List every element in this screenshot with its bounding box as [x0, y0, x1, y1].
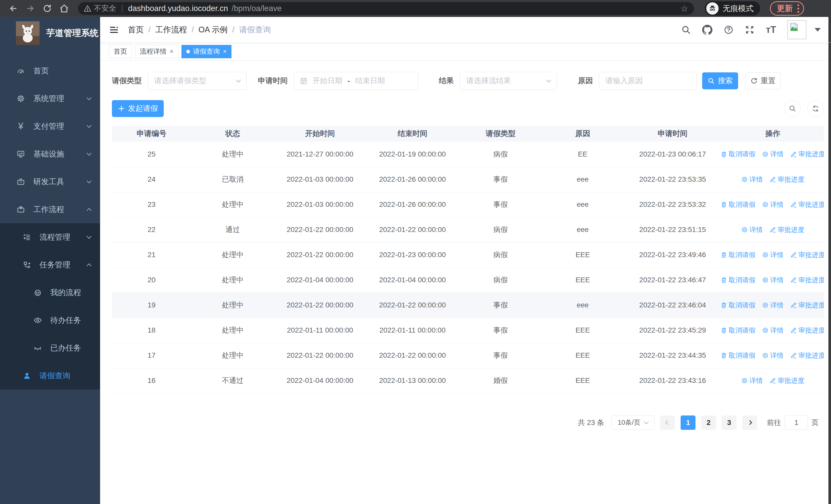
sidebar-item-home[interactable]: 首页: [0, 57, 100, 85]
fullscreen-icon[interactable]: [745, 25, 754, 35]
detail-link[interactable]: 详情: [762, 326, 783, 335]
avatar[interactable]: [787, 20, 806, 39]
eye-closed-icon: [33, 344, 42, 352]
cell-start-time: 2022-01-03 00:00:00: [274, 167, 366, 192]
cancel-leave-link[interactable]: 取消请假: [722, 326, 755, 335]
breadcrumb-home[interactable]: 首页: [128, 24, 144, 35]
security-chip[interactable]: 不安全: [84, 3, 116, 13]
github-icon[interactable]: [702, 25, 712, 35]
leave-type-select[interactable]: 请选择请假类型: [148, 72, 247, 90]
detail-link[interactable]: 详情: [762, 301, 783, 310]
sidebar-item-task-mgmt[interactable]: 任务管理: [0, 251, 100, 279]
approval-progress-link[interactable]: 审批进度: [769, 225, 804, 234]
cell-end-time: 2022-01-11 00:00:00: [366, 318, 459, 343]
sidebar-item-infra[interactable]: 基础设施: [0, 140, 100, 168]
cell-end-time: 2022-01-22 00:00:00: [366, 293, 459, 318]
refresh-icon: [812, 105, 820, 112]
breadcrumb-oa-example[interactable]: OA 示例: [198, 24, 228, 35]
apply-time-range-picker[interactable]: 开始日期 - 结束日期: [294, 72, 418, 90]
cancel-leave-link[interactable]: 取消请假: [722, 200, 755, 209]
cell-status: 处理中: [191, 192, 274, 217]
reset-button[interactable]: 重置: [745, 72, 781, 89]
detail-link[interactable]: 详情: [762, 150, 783, 158]
home-icon[interactable]: [57, 2, 71, 15]
reason-input[interactable]: 请输入原因: [599, 72, 696, 90]
breadcrumb-workflow[interactable]: 工作流程: [155, 24, 187, 35]
detail-link[interactable]: 详情: [762, 250, 783, 260]
back-icon[interactable]: [7, 2, 20, 15]
approval-progress-link[interactable]: 审批进度: [790, 351, 824, 360]
approval-progress-link[interactable]: 审批进度: [790, 250, 824, 260]
detail-link[interactable]: 详情: [741, 175, 763, 184]
url-host: dashboard.yudao.iocoder.cn: [128, 4, 228, 13]
approval-progress-link[interactable]: 审批进度: [790, 276, 824, 285]
sidebar-item-system[interactable]: 系统管理: [0, 85, 100, 112]
tab-home[interactable]: 首页: [109, 45, 132, 58]
help-icon[interactable]: [724, 25, 734, 35]
approval-progress-link[interactable]: 审批进度: [769, 376, 804, 385]
sidebar-item-devtools[interactable]: 研发工具: [0, 168, 100, 196]
sidebar-item-payment[interactable]: ¥ 支付管理: [0, 112, 100, 140]
address-bar[interactable]: 不安全 dashboard.yudao.iocoder.cn/bpm/oa/le…: [78, 2, 694, 15]
sidebar-item-process-mgmt[interactable]: 流程管理: [0, 223, 100, 251]
page-size-select[interactable]: 10条/页: [611, 415, 654, 430]
browser-menu-icon[interactable]: [797, 4, 799, 13]
result-select[interactable]: 请选择流结果: [460, 72, 557, 90]
page-button-2[interactable]: 2: [701, 415, 716, 430]
cell-leave-type: 婚假: [459, 368, 542, 393]
tab-leave-query[interactable]: 请假查询 ×: [181, 45, 231, 58]
approval-progress-link[interactable]: 审批进度: [790, 150, 824, 158]
person-icon: [23, 371, 31, 380]
approval-progress-link[interactable]: 审批进度: [790, 200, 824, 209]
sidebar-item-todo-tasks[interactable]: 待办任务: [0, 306, 100, 334]
detail-link[interactable]: 详情: [741, 225, 763, 234]
prev-page-button[interactable]: [660, 415, 675, 430]
cell-reason: EEE: [542, 368, 623, 393]
sidebar-item-my-process[interactable]: 我的流程: [0, 279, 100, 306]
table-search-toggle-button[interactable]: [784, 100, 801, 117]
tab-process-detail[interactable]: 流程详情 ×: [135, 45, 178, 58]
cancel-leave-link[interactable]: 取消请假: [722, 150, 755, 158]
trash-icon: [722, 277, 727, 283]
detail-link[interactable]: 详情: [762, 200, 783, 209]
table-body: 25 处理中 2021-12-27 00:00:00 2022-01-19 00…: [112, 142, 824, 393]
sidebar-item-workflow[interactable]: 工作流程: [0, 196, 100, 223]
close-icon[interactable]: ×: [223, 48, 227, 55]
reload-icon[interactable]: [40, 2, 54, 15]
cancel-leave-link[interactable]: 取消请假: [722, 276, 755, 285]
close-icon[interactable]: ×: [170, 48, 173, 55]
row-actions: 详情 审批进度: [722, 175, 824, 184]
cancel-leave-link[interactable]: 取消请假: [722, 301, 755, 310]
next-page-button[interactable]: [742, 415, 757, 430]
cell-id: 22: [112, 217, 191, 242]
bookmark-star-icon[interactable]: ☆: [681, 3, 688, 13]
table-refresh-button[interactable]: [807, 100, 824, 117]
page-button-1[interactable]: 1: [681, 415, 695, 430]
filter-form: 请假类型 请选择请假类型 申请时间 开始日期 - 结束日期 结果 请选择流结果: [112, 72, 824, 90]
detail-link[interactable]: 详情: [741, 376, 763, 385]
sidebar-item-label: 工作流程: [33, 204, 64, 215]
browser-scrollbar-track[interactable]: [828, 17, 831, 504]
search-button[interactable]: 搜索: [702, 72, 738, 89]
sidebar-item-done-tasks[interactable]: 已办任务: [0, 334, 100, 362]
sidebar-item-leave-query[interactable]: 请假查询: [0, 362, 100, 390]
cancel-leave-link[interactable]: 取消请假: [722, 250, 755, 260]
forward-icon[interactable]: [24, 2, 37, 15]
page-button-3[interactable]: 3: [722, 415, 737, 430]
detail-link[interactable]: 详情: [762, 351, 783, 360]
approval-progress-link[interactable]: 审批进度: [790, 326, 824, 335]
sidebar-collapse-icon[interactable]: [109, 25, 119, 35]
detail-link[interactable]: 详情: [762, 276, 783, 285]
avatar-caret-icon[interactable]: [814, 28, 821, 32]
cancel-leave-link[interactable]: 取消请假: [722, 351, 755, 360]
goto-page-input[interactable]: 1: [785, 415, 808, 430]
approval-progress-link[interactable]: 审批进度: [790, 301, 824, 310]
font-size-icon[interactable]: ᴛT: [766, 24, 776, 35]
create-leave-button[interactable]: 发起请假: [112, 100, 164, 117]
search-icon[interactable]: [681, 25, 691, 35]
page-unit-label: 页: [811, 418, 819, 427]
approval-progress-link[interactable]: 审批进度: [769, 175, 804, 184]
cell-apply-time: 2022-01-22 23:46:04: [623, 293, 722, 318]
browser-update-button[interactable]: 更新: [770, 1, 804, 16]
table-header-row: 申请编号 状态 开始时间 结束时间 请假类型 原因 申请时间 操作: [112, 126, 824, 142]
